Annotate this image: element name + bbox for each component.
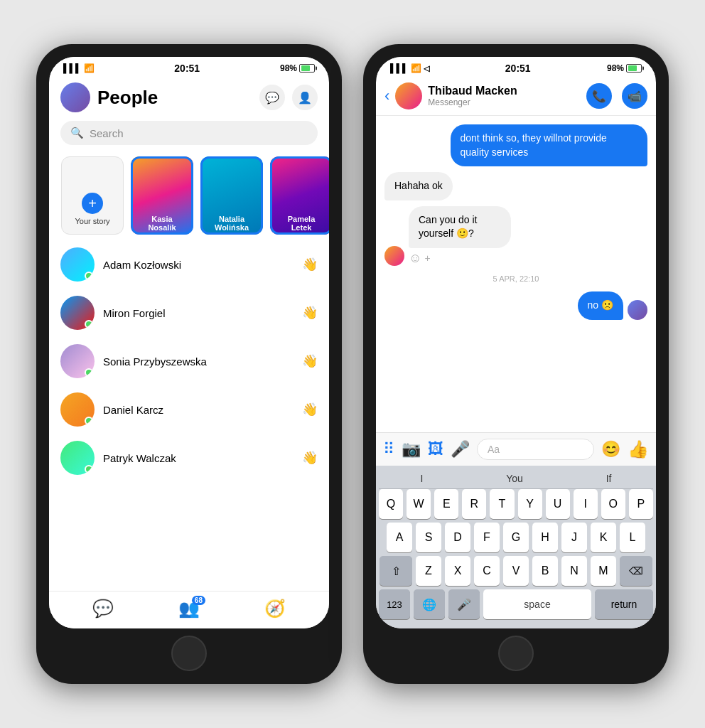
nav-chat[interactable]: 💬 [92,599,114,619]
emoji-icon[interactable]: 😊 [601,440,620,459]
battery-icon-right [626,64,642,73]
key-k[interactable]: K [591,523,616,552]
story-pamela[interactable]: PamelaLetek [269,156,329,235]
people-header: People 💬 👤 [49,77,329,118]
key-l[interactable]: L [620,523,645,552]
message-input[interactable]: Aa [477,439,594,460]
back-button[interactable]: ‹ [384,87,389,105]
chat-icon-button[interactable]: 💬 [259,85,285,110]
kasia-thumb[interactable]: KasiaNosalik [131,156,193,235]
sonia-name: Sonia Przybyszewska [103,355,294,368]
key-p[interactable]: P [629,489,653,519]
key-u[interactable]: U [546,489,570,519]
voice-call-button[interactable]: 📞 [586,83,612,109]
video-icon: 📹 [628,90,642,103]
key-b[interactable]: B [532,556,558,586]
phone-icon: 📞 [592,90,606,103]
contact-adam[interactable]: Adam Kozłowski 👋 [49,240,329,289]
suggestion-i[interactable]: I [420,473,423,484]
key-a[interactable]: A [387,523,412,552]
key-m[interactable]: M [591,556,616,586]
pamela-thumb[interactable]: PamelaLetek [270,156,329,235]
right-phone: ▌▌▌ 📶 ◁ 20:51 98% ‹ Thibaud Macken Messe… [363,44,669,684]
key-123[interactable]: 123 [379,589,410,619]
my-avatar-small [628,300,647,320]
key-r[interactable]: R [462,489,486,519]
chat-contact-info: Thibaud Macken Messenger [428,85,581,107]
message-bubble-out-1: dont think so, they willnot provide qual… [451,124,648,166]
image-icon[interactable]: 🖼 [428,440,443,459]
page-title: People [97,87,252,109]
story-your-story[interactable]: + Your story [60,156,124,235]
key-space[interactable]: space [483,589,591,619]
natalia-thumb[interactable]: NataliaWolińska [200,156,263,235]
discover-nav-icon: 🧭 [264,599,286,619]
location-icon: ◁ [424,64,429,73]
wave-icon[interactable]: 👋 [302,257,318,272]
microphone-icon[interactable]: 🎤 [451,440,470,459]
messages-area: dont think so, they willnot provide qual… [376,116,656,432]
key-i[interactable]: I [574,489,598,519]
wave-icon[interactable]: 👋 [302,402,318,417]
patryk-name: Patryk Walczak [103,452,294,464]
key-g[interactable]: G [503,523,529,552]
your-story-label: Your story [75,217,109,225]
key-h[interactable]: H [532,523,558,552]
key-w[interactable]: W [407,489,431,519]
suggestion-if[interactable]: If [606,473,612,484]
left-time: 20:51 [174,63,200,74]
key-y[interactable]: Y [518,489,542,519]
key-mic[interactable]: 🎤 [448,589,480,619]
key-s[interactable]: S [416,523,441,552]
contact-miron[interactable]: Miron Forgiel 👋 [49,289,329,337]
like-icon[interactable]: 👍 [628,439,649,459]
contact-list: Adam Kozłowski 👋 Miron Forgiel 👋 Sonia P… [49,240,329,591]
keyboard-row-4: 123 🌐 🎤 space return [379,589,653,619]
key-x[interactable]: X [445,556,470,586]
key-f[interactable]: F [474,523,500,552]
add-people-button[interactable]: 👤 [292,85,318,110]
reaction-add-icon[interactable]: ☺ [409,251,421,266]
wave-icon[interactable]: 👋 [302,450,318,466]
chat-contact-subtitle: Messenger [428,97,581,107]
key-v[interactable]: V [503,556,529,586]
wave-icon[interactable]: 👋 [302,305,318,321]
key-o[interactable]: O [601,489,625,519]
key-z[interactable]: Z [416,556,441,586]
contact-patryk[interactable]: Patryk Walczak 👋 [49,434,329,482]
key-q[interactable]: Q [379,489,403,519]
key-delete[interactable]: ⌫ [620,556,652,586]
nav-discover[interactable]: 🧭 [264,599,286,619]
user-avatar[interactable] [60,82,90,112]
story-kasia[interactable]: KasiaNosalik [130,156,194,235]
add-story-thumb[interactable]: + Your story [61,156,124,235]
search-bar[interactable]: 🔍 Search [60,121,318,145]
key-j[interactable]: J [561,523,587,552]
key-d[interactable]: D [445,523,470,552]
story-natalia[interactable]: NataliaWolińska [200,156,264,235]
key-shift[interactable]: ⇧ [380,556,412,586]
key-globe[interactable]: 🌐 [414,589,445,619]
video-call-button[interactable]: 📹 [622,83,647,109]
home-button-right[interactable] [498,636,534,671]
suggestion-you[interactable]: You [506,473,523,484]
stories-row: + Your story KasiaNosalik NataliaWolińsk… [49,151,329,240]
left-battery-pct: 98% [280,63,297,73]
keyboard: I You If Q W E R T Y U I O P A S D [376,466,656,628]
key-n[interactable]: N [561,556,587,586]
home-button[interactable] [171,636,207,671]
key-return[interactable]: return [595,589,653,619]
pamela-label: PamelaLetek [270,215,329,232]
message-row-1: dont think so, they willnot provide qual… [384,124,647,166]
key-e[interactable]: E [434,489,458,519]
chat-contact-avatar[interactable] [395,82,422,109]
wave-icon[interactable]: 👋 [302,353,318,369]
contact-sonia[interactable]: Sonia Przybyszewska 👋 [49,337,329,385]
nav-people[interactable]: 👥 68 [178,599,200,619]
key-t[interactable]: T [490,489,514,519]
left-phone: ▌▌▌ 📶 20:51 98% People 💬 👤 [36,44,342,684]
more-options-icon[interactable]: ⠿ [383,440,394,459]
contact-daniel[interactable]: Daniel Karcz 👋 [49,385,329,434]
camera-icon[interactable]: 📷 [402,440,421,459]
key-c[interactable]: C [474,556,500,586]
